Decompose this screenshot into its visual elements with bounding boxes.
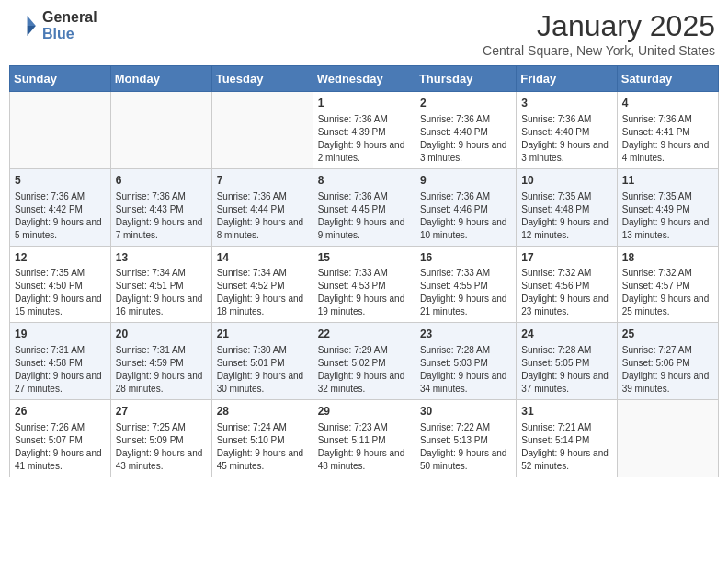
day-number: 16 bbox=[420, 250, 511, 266]
day-info: Sunrise: 7:36 AMSunset: 4:42 PMDaylight:… bbox=[15, 190, 106, 242]
day-info: Sunrise: 7:32 AMSunset: 4:56 PMDaylight:… bbox=[521, 267, 611, 318]
day-number: 17 bbox=[521, 250, 611, 266]
day-number: 7 bbox=[217, 173, 308, 189]
day-info: Sunrise: 7:36 AMSunset: 4:44 PMDaylight:… bbox=[217, 190, 308, 242]
day-info: Sunrise: 7:33 AMSunset: 4:53 PMDaylight:… bbox=[318, 267, 410, 318]
day-info: Sunrise: 7:35 AMSunset: 4:48 PMDaylight:… bbox=[521, 190, 611, 242]
calendar-cell: 10Sunrise: 7:35 AMSunset: 4:48 PMDayligh… bbox=[517, 168, 617, 246]
day-number: 28 bbox=[217, 404, 308, 419]
day-info: Sunrise: 7:23 AMSunset: 5:11 PMDaylight:… bbox=[318, 421, 410, 473]
day-number: 30 bbox=[420, 404, 511, 419]
logo-blue: Blue bbox=[42, 26, 97, 42]
svg-marker-0 bbox=[28, 16, 36, 26]
day-header-wednesday: Wednesday bbox=[313, 66, 415, 92]
calendar-cell: 9Sunrise: 7:36 AMSunset: 4:46 PMDaylight… bbox=[415, 168, 516, 246]
calendar-cell: 28Sunrise: 7:24 AMSunset: 5:10 PMDayligh… bbox=[211, 400, 313, 477]
day-number: 8 bbox=[318, 173, 410, 189]
day-info: Sunrise: 7:36 AMSunset: 4:40 PMDaylight:… bbox=[521, 113, 611, 165]
calendar-cell: 19Sunrise: 7:31 AMSunset: 4:58 PMDayligh… bbox=[10, 323, 111, 400]
day-info: Sunrise: 7:36 AMSunset: 4:45 PMDaylight:… bbox=[318, 190, 410, 242]
calendar-week-3: 12Sunrise: 7:35 AMSunset: 4:50 PMDayligh… bbox=[10, 246, 719, 323]
calendar-cell: 26Sunrise: 7:26 AMSunset: 5:07 PMDayligh… bbox=[10, 400, 111, 477]
day-info: Sunrise: 7:29 AMSunset: 5:02 PMDaylight:… bbox=[318, 344, 410, 396]
title-section: January 2025 Central Square, New York, U… bbox=[483, 9, 715, 58]
calendar-cell: 13Sunrise: 7:34 AMSunset: 4:51 PMDayligh… bbox=[110, 246, 211, 323]
day-header-thursday: Thursday bbox=[415, 66, 516, 92]
day-number: 23 bbox=[420, 327, 511, 342]
calendar-cell: 1Sunrise: 7:36 AMSunset: 4:39 PMDaylight… bbox=[313, 92, 415, 169]
day-number: 4 bbox=[622, 96, 713, 111]
calendar-cell: 29Sunrise: 7:23 AMSunset: 5:11 PMDayligh… bbox=[313, 400, 415, 477]
day-info: Sunrise: 7:30 AMSunset: 5:01 PMDaylight:… bbox=[217, 344, 308, 396]
calendar-cell bbox=[211, 92, 313, 169]
calendar-cell: 5Sunrise: 7:36 AMSunset: 4:42 PMDaylight… bbox=[10, 168, 111, 246]
day-number: 12 bbox=[15, 250, 106, 266]
day-number: 6 bbox=[116, 173, 207, 189]
day-info: Sunrise: 7:24 AMSunset: 5:10 PMDaylight:… bbox=[217, 421, 308, 473]
calendar-cell bbox=[10, 92, 111, 169]
day-info: Sunrise: 7:33 AMSunset: 4:55 PMDaylight:… bbox=[420, 267, 511, 318]
day-info: Sunrise: 7:36 AMSunset: 4:46 PMDaylight:… bbox=[420, 190, 511, 242]
day-number: 20 bbox=[116, 327, 207, 342]
day-info: Sunrise: 7:36 AMSunset: 4:39 PMDaylight:… bbox=[318, 113, 410, 165]
calendar-cell: 6Sunrise: 7:36 AMSunset: 4:43 PMDaylight… bbox=[110, 168, 211, 246]
calendar-week-4: 19Sunrise: 7:31 AMSunset: 4:58 PMDayligh… bbox=[10, 323, 719, 400]
svg-marker-1 bbox=[28, 26, 36, 36]
day-info: Sunrise: 7:36 AMSunset: 4:41 PMDaylight:… bbox=[622, 113, 713, 165]
day-number: 9 bbox=[420, 173, 511, 189]
calendar-cell: 7Sunrise: 7:36 AMSunset: 4:44 PMDaylight… bbox=[211, 168, 313, 246]
calendar-table: SundayMondayTuesdayWednesdayThursdayFrid… bbox=[9, 65, 719, 477]
calendar-cell: 15Sunrise: 7:33 AMSunset: 4:53 PMDayligh… bbox=[313, 246, 415, 323]
calendar-cell: 22Sunrise: 7:29 AMSunset: 5:02 PMDayligh… bbox=[313, 323, 415, 400]
calendar-cell: 12Sunrise: 7:35 AMSunset: 4:50 PMDayligh… bbox=[10, 246, 111, 323]
calendar-cell: 21Sunrise: 7:30 AMSunset: 5:01 PMDayligh… bbox=[211, 323, 313, 400]
logo: General Blue bbox=[13, 9, 97, 41]
calendar-cell: 4Sunrise: 7:36 AMSunset: 4:41 PMDaylight… bbox=[617, 92, 718, 169]
calendar-week-5: 26Sunrise: 7:26 AMSunset: 5:07 PMDayligh… bbox=[10, 400, 719, 477]
day-number: 5 bbox=[15, 173, 106, 189]
calendar-cell: 20Sunrise: 7:31 AMSunset: 4:59 PMDayligh… bbox=[110, 323, 211, 400]
calendar-cell: 11Sunrise: 7:35 AMSunset: 4:49 PMDayligh… bbox=[617, 168, 718, 246]
calendar-cell bbox=[617, 400, 718, 477]
day-info: Sunrise: 7:35 AMSunset: 4:49 PMDaylight:… bbox=[622, 190, 713, 242]
calendar-cell: 25Sunrise: 7:27 AMSunset: 5:06 PMDayligh… bbox=[617, 323, 718, 400]
day-info: Sunrise: 7:25 AMSunset: 5:09 PMDaylight:… bbox=[116, 421, 207, 473]
day-number: 3 bbox=[521, 96, 611, 111]
day-header-monday: Monday bbox=[110, 66, 211, 92]
calendar-cell: 27Sunrise: 7:25 AMSunset: 5:09 PMDayligh… bbox=[110, 400, 211, 477]
day-number: 18 bbox=[622, 250, 713, 266]
calendar-cell: 18Sunrise: 7:32 AMSunset: 4:57 PMDayligh… bbox=[617, 246, 718, 323]
logo-text: General Blue bbox=[42, 9, 97, 41]
day-number: 24 bbox=[521, 327, 611, 342]
day-number: 21 bbox=[217, 327, 308, 342]
day-info: Sunrise: 7:34 AMSunset: 4:51 PMDaylight:… bbox=[116, 267, 207, 318]
day-number: 31 bbox=[521, 404, 611, 419]
page-header: General Blue January 2025 Central Square… bbox=[9, 9, 719, 58]
day-info: Sunrise: 7:22 AMSunset: 5:13 PMDaylight:… bbox=[420, 421, 511, 473]
day-info: Sunrise: 7:27 AMSunset: 5:06 PMDaylight:… bbox=[622, 344, 713, 396]
day-info: Sunrise: 7:31 AMSunset: 4:59 PMDaylight:… bbox=[116, 344, 207, 396]
day-number: 19 bbox=[15, 327, 106, 342]
day-info: Sunrise: 7:28 AMSunset: 5:05 PMDaylight:… bbox=[521, 344, 611, 396]
calendar-cell: 23Sunrise: 7:28 AMSunset: 5:03 PMDayligh… bbox=[415, 323, 516, 400]
location: Central Square, New York, United States bbox=[483, 43, 715, 58]
day-number: 22 bbox=[318, 327, 410, 342]
day-number: 10 bbox=[521, 173, 611, 189]
calendar-cell: 30Sunrise: 7:22 AMSunset: 5:13 PMDayligh… bbox=[415, 400, 516, 477]
day-info: Sunrise: 7:36 AMSunset: 4:43 PMDaylight:… bbox=[116, 190, 207, 242]
month-title: January 2025 bbox=[483, 9, 715, 43]
calendar-cell: 2Sunrise: 7:36 AMSunset: 4:40 PMDaylight… bbox=[415, 92, 516, 169]
day-number: 11 bbox=[622, 173, 713, 189]
logo-general: General bbox=[42, 9, 97, 26]
day-header-sunday: Sunday bbox=[10, 66, 111, 92]
calendar-cell: 8Sunrise: 7:36 AMSunset: 4:45 PMDaylight… bbox=[313, 168, 415, 246]
day-info: Sunrise: 7:36 AMSunset: 4:40 PMDaylight:… bbox=[420, 113, 511, 165]
calendar-cell: 16Sunrise: 7:33 AMSunset: 4:55 PMDayligh… bbox=[415, 246, 516, 323]
day-info: Sunrise: 7:35 AMSunset: 4:50 PMDaylight:… bbox=[15, 267, 106, 318]
day-header-friday: Friday bbox=[517, 66, 617, 92]
calendar-cell: 3Sunrise: 7:36 AMSunset: 4:40 PMDaylight… bbox=[517, 92, 617, 169]
calendar-header-row: SundayMondayTuesdayWednesdayThursdayFrid… bbox=[10, 66, 719, 92]
day-info: Sunrise: 7:31 AMSunset: 4:58 PMDaylight:… bbox=[15, 344, 106, 396]
day-info: Sunrise: 7:21 AMSunset: 5:14 PMDaylight:… bbox=[521, 421, 611, 473]
calendar-cell bbox=[110, 92, 211, 169]
